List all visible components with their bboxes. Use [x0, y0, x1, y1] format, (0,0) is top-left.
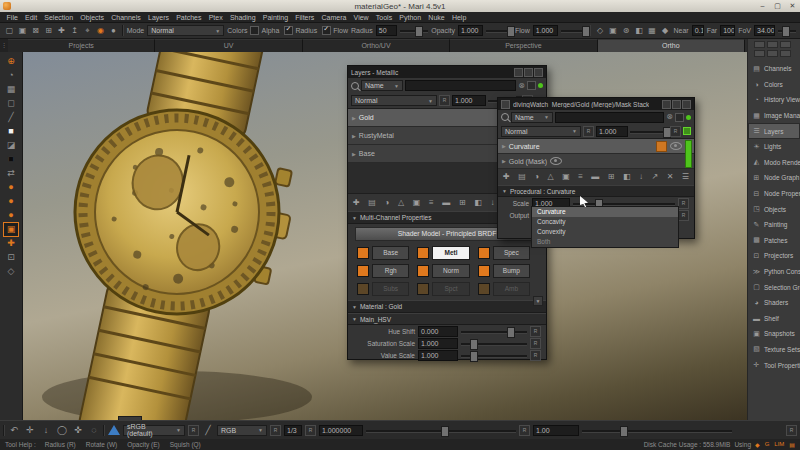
filter-toggle-icon[interactable] [527, 81, 536, 90]
pan-tool-icon[interactable]: ✛ [24, 424, 36, 436]
dropdown-option[interactable]: Convexity [532, 227, 678, 237]
panel-close-icon[interactable] [534, 68, 543, 77]
channel-swatch[interactable] [417, 283, 429, 295]
prev-page-icon[interactable] [270, 425, 281, 436]
reset-icon[interactable] [439, 95, 450, 106]
sidebar-item-node-properties[interactable]: ⊟ Node Properties [748, 186, 800, 202]
colorspace-dropdown[interactable]: sRGB (default)▼ [123, 425, 185, 436]
channel-button[interactable]: Base [372, 246, 409, 260]
reset-icon[interactable] [786, 425, 797, 436]
open-project-icon[interactable]: ▣ [17, 25, 28, 36]
panel-close-icon[interactable] [682, 100, 691, 109]
dropdown-option[interactable]: Both [532, 237, 678, 247]
clone-stamp-tool-icon[interactable]: ⊡ [4, 251, 18, 264]
menu-item[interactable]: Help [448, 14, 470, 21]
close-icon[interactable]: ✕ [785, 1, 800, 11]
expand-icon[interactable]: ▶ [352, 151, 356, 157]
panel-dock-icon[interactable] [662, 100, 671, 109]
expand-icon[interactable]: ▶ [502, 143, 506, 149]
channel-swatch[interactable] [357, 265, 369, 277]
layers-menu-icon[interactable]: ☰ [682, 171, 689, 183]
add-group-icon[interactable]: ▣ [562, 171, 570, 183]
channel-button[interactable]: Subs [372, 282, 409, 296]
toolbar-checkbox[interactable]: Alpha [250, 26, 279, 35]
checkbox-icon[interactable] [250, 26, 259, 35]
channel-button[interactable]: Norm [432, 264, 469, 278]
layer-row[interactable]: ▶ Gold (Mask) [498, 154, 694, 169]
filter-toggle-icon[interactable] [675, 113, 684, 122]
channel-button[interactable]: Rgh [372, 264, 409, 278]
filter-by-dropdown[interactable]: Name▼ [361, 80, 403, 91]
reset-icon[interactable] [678, 198, 689, 209]
layer-search-input[interactable] [405, 80, 516, 91]
channel-swatch[interactable] [357, 283, 369, 295]
menu-item[interactable]: Edit [21, 14, 40, 21]
menu-item[interactable]: Selection [41, 14, 77, 21]
brush-tip-icon[interactable]: ● [108, 25, 119, 36]
expand-icon[interactable]: ▶ [502, 158, 506, 164]
channel-swatch[interactable] [417, 265, 429, 277]
reset-icon[interactable] [188, 425, 199, 436]
add-mask-icon[interactable]: ◧ [474, 197, 482, 209]
menu-item[interactable]: Painting [259, 14, 291, 21]
color-picker-icon[interactable] [108, 425, 120, 435]
export-icon[interactable]: ↥ [69, 25, 80, 36]
light-toggle-icon[interactable]: ◉ [95, 25, 106, 36]
paint-through-tool-icon[interactable]: ▣ [4, 223, 18, 236]
menu-item[interactable]: Python [396, 14, 425, 21]
menu-item[interactable]: Filters [292, 14, 318, 21]
add-selection-icon[interactable]: ✚ [4, 237, 18, 250]
visibility-eye-icon[interactable] [670, 142, 682, 150]
blend-amount-slider[interactable] [630, 126, 668, 137]
sidebar-item-projectors[interactable]: ⊡ Projectors [748, 248, 800, 264]
close-project-icon[interactable]: ⊠ [30, 25, 41, 36]
add-channel-layer-icon[interactable]: ▤ [518, 171, 526, 183]
pin-icon[interactable]: ⌖ [82, 25, 93, 36]
dropdown-option[interactable]: Concavity [532, 217, 678, 227]
slider-handle[interactable] [507, 327, 515, 338]
wireframe-icon[interactable]: ▦ [646, 25, 657, 36]
geometry-tool-icon[interactable]: ▦ [4, 83, 18, 96]
channel-display-dropdown[interactable]: RGB▼ [217, 425, 267, 436]
viewport-tab[interactable]: Ortho [598, 39, 745, 52]
sidebar-item-history-view[interactable]: ◔ History View [748, 92, 800, 108]
import-object-icon[interactable]: ✚ [56, 25, 67, 36]
exposure-slider[interactable] [366, 425, 516, 436]
add-adjustment-layer-icon[interactable]: ◑ [534, 171, 539, 183]
paint-brush-tool-icon[interactable]: ╱ [4, 111, 18, 124]
opacity-slider[interactable] [486, 25, 511, 36]
fov-field[interactable]: 34.000 [754, 25, 775, 36]
procedural-section-header[interactable]: Procedural : Curvature [498, 185, 694, 197]
checkbox-icon[interactable] [322, 26, 331, 35]
reset-icon[interactable] [530, 326, 541, 337]
slider-handle[interactable] [470, 339, 478, 350]
add-adjustment-layer-icon[interactable]: ◑ [385, 197, 390, 209]
channel-swatch[interactable] [478, 247, 490, 259]
reset-icon[interactable] [530, 338, 541, 349]
toolbar-checkbox[interactable]: Radius [284, 26, 317, 35]
sidebar-item-shaders[interactable]: ◕ Shaders [748, 295, 800, 311]
sidebar-item-channels[interactable]: ▤ Channels [748, 61, 800, 77]
hsv-slider[interactable] [461, 326, 527, 337]
blend-amount-field[interactable]: 1.000 [452, 95, 486, 106]
background-color-swatch[interactable]: ■ [4, 153, 18, 166]
flow-slider[interactable] [561, 25, 586, 36]
paint-mode-dropdown[interactable]: Normal▼ [147, 25, 224, 36]
share-layer-icon[interactable]: ↗ [651, 171, 658, 183]
hsv-value-field[interactable]: 1.000 [418, 350, 458, 361]
slider-handle[interactable] [415, 26, 423, 37]
add-group-icon[interactable]: ▣ [413, 197, 421, 209]
undo-icon[interactable]: ↶ [8, 424, 20, 436]
add-procedural-layer-icon[interactable]: △ [398, 197, 404, 209]
warning-icon[interactable]: ◆ [755, 441, 760, 448]
circle-select-icon[interactable]: ◌ [88, 424, 100, 436]
menu-item[interactable]: Nuke [425, 14, 449, 21]
slider-handle[interactable] [782, 26, 790, 37]
sidebar-item-texture-sets[interactable]: ▧ Texture Sets [748, 342, 800, 358]
add-layer-icon[interactable]: ✚ [353, 197, 360, 209]
log-icon[interactable]: ▤ [789, 441, 795, 448]
ellipse-mask-icon[interactable]: ◯ [56, 424, 68, 436]
flatten-icon[interactable]: ▬ [591, 171, 599, 183]
shadow-icon[interactable]: ◆ [659, 25, 670, 36]
sidebar-item-tool-properties[interactable]: ✛ Tool Properties [748, 357, 800, 373]
